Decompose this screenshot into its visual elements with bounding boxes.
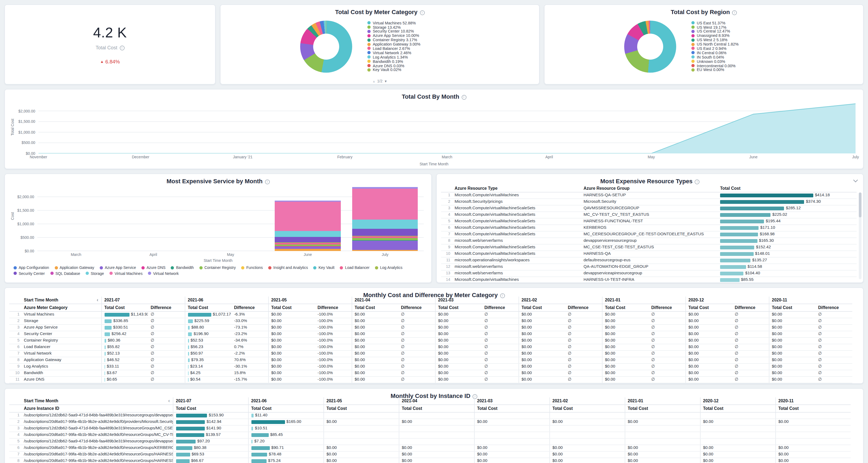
legend-item[interactable]: Key Vault <box>313 266 335 269</box>
month-header[interactable]: 2021-02 <box>519 296 602 304</box>
collapse-columns-icon[interactable]: ‹ <box>97 298 98 302</box>
measure-header[interactable]: Total Cost <box>700 405 775 412</box>
stacked-bar-chart[interactable] <box>37 186 424 251</box>
legend-page-up-icon[interactable]: ▲ <box>372 80 375 83</box>
legend-item[interactable]: Load Balancer 2.67% <box>367 46 460 51</box>
legend-item[interactable]: US East 2 0.94% <box>691 46 783 51</box>
measure-header[interactable]: Difference <box>482 304 519 312</box>
measure-header[interactable]: Difference <box>398 304 435 312</box>
month-header[interactable]: 2021-01 <box>625 397 700 405</box>
legend-item[interactable]: Azure App Service 10.00% <box>367 34 460 38</box>
legend-item[interactable]: Application Gateway 3.00% <box>367 42 460 46</box>
info-icon[interactable] <box>694 179 700 184</box>
measure-header[interactable]: Difference <box>315 304 352 312</box>
legend-item[interactable]: IN South 0.04% <box>691 55 783 59</box>
row-dimension-label[interactable]: Azure Instance ID <box>21 405 173 412</box>
measure-header[interactable]: Total Cost <box>173 405 248 412</box>
month-header[interactable]: 2020-12 <box>700 397 775 405</box>
legend-item[interactable]: Bandwidth 0.19% <box>367 59 460 63</box>
legend-item[interactable]: Azure DNS 0.03% <box>367 63 460 68</box>
legend-item[interactable]: Log Analytics <box>375 266 403 269</box>
info-icon[interactable] <box>420 10 425 15</box>
meter-category-donut-chart[interactable] <box>300 20 352 73</box>
measure-header[interactable]: Total Cost <box>435 304 482 312</box>
month-header[interactable]: 2020-11 <box>775 397 851 405</box>
legend-item[interactable]: Azure DNS <box>142 266 165 269</box>
measure-header[interactable]: Total Cost <box>352 304 398 312</box>
row-dimension-header[interactable]: Start Time Month‹ <box>21 296 101 304</box>
legend-item[interactable]: Virtual Machines <box>110 271 143 275</box>
legend-item[interactable]: Virtual Network 2.46% <box>367 51 460 55</box>
month-header[interactable]: 2020-12 <box>685 296 769 304</box>
measure-header[interactable]: Total Cost <box>602 304 649 312</box>
month-header[interactable]: 2021-03 <box>474 397 550 405</box>
month-header[interactable]: 2021-05 <box>323 397 399 405</box>
legend-item[interactable]: Virtual Machines 52.88% <box>367 21 460 25</box>
column-header[interactable]: Azure Resource Group <box>581 185 717 192</box>
collapse-columns-icon[interactable]: ‹ <box>168 399 170 403</box>
column-header[interactable]: Total Cost <box>717 185 857 192</box>
scrollbar-thumb[interactable] <box>859 193 862 218</box>
month-header[interactable]: 2021-07 <box>101 296 185 304</box>
legend-item[interactable]: Insight and Analytics <box>268 266 308 269</box>
month-header[interactable]: 2021-06 <box>185 296 268 304</box>
legend-item[interactable]: US West 2 5.18% <box>691 38 783 42</box>
row-dimension-label[interactable]: Azure Meter Category <box>21 304 101 312</box>
legend-item[interactable]: Virtual Network <box>148 271 179 275</box>
month-header[interactable]: 2021-06 <box>248 397 323 405</box>
legend-item[interactable]: SQL Database <box>51 271 80 275</box>
legend-item[interactable]: EU West 0.00% <box>691 68 783 72</box>
measure-header[interactable]: Total Cost <box>185 304 231 312</box>
legend-item[interactable]: US East 51.37% <box>691 21 783 25</box>
measure-header[interactable]: Total Cost <box>550 405 625 412</box>
legend-item[interactable]: IN Central 0.06% <box>691 51 783 55</box>
measure-header[interactable]: Total Cost <box>625 405 700 412</box>
legend-item[interactable]: Intercontinental 0.00% <box>691 63 783 68</box>
month-header[interactable]: 2021-02 <box>550 397 625 405</box>
legend-item[interactable]: Bandwidth <box>171 266 194 269</box>
legend-page-down-icon[interactable]: ▼ <box>384 80 388 83</box>
measure-header[interactable]: Total Cost <box>685 304 732 312</box>
measure-header[interactable]: Difference <box>649 304 685 312</box>
measure-header[interactable]: Total Cost <box>268 304 315 312</box>
legend-item[interactable]: US North Central 1.82% <box>691 42 783 46</box>
legend-item[interactable]: Security Center <box>13 271 45 275</box>
measure-header[interactable]: Difference <box>231 304 268 312</box>
legend-item[interactable]: App Configuration <box>13 266 49 269</box>
measure-header[interactable]: Difference <box>815 304 852 312</box>
legend-item[interactable]: Storage 13.42% <box>367 25 460 29</box>
legend-item[interactable]: Log Analytics 1.34% <box>367 55 460 59</box>
info-icon[interactable] <box>265 179 270 184</box>
month-header[interactable]: 2021-03 <box>435 296 519 304</box>
measure-header[interactable]: Difference <box>565 304 602 312</box>
row-dimension-header[interactable]: Start Time Month‹ <box>21 397 173 405</box>
legend-item[interactable]: Security Center 10.82% <box>367 29 460 34</box>
month-header[interactable]: 2021-04 <box>352 296 435 304</box>
legend-item[interactable]: Unassigned 8.93% <box>691 34 783 38</box>
legend-item[interactable]: Application Gateway <box>55 266 94 269</box>
info-icon[interactable] <box>461 95 466 99</box>
legend-item[interactable]: Functions <box>241 266 263 269</box>
legend-item[interactable]: Container Registry <box>199 266 236 269</box>
region-donut-chart[interactable] <box>624 20 676 73</box>
measure-header[interactable]: Total Cost <box>769 304 815 312</box>
measure-header[interactable]: Difference <box>732 304 769 312</box>
measure-header[interactable]: Total Cost <box>323 405 399 412</box>
legend-item[interactable]: Load Balancer <box>340 266 370 269</box>
legend-item[interactable]: Azure App Service <box>100 266 136 269</box>
measure-header[interactable]: Total Cost <box>399 405 474 412</box>
legend-item[interactable]: Container Registry 3.17% <box>367 38 460 42</box>
area-chart[interactable] <box>38 103 856 153</box>
info-icon[interactable] <box>120 45 124 50</box>
legend-item[interactable]: Key Vault 0.02% <box>367 68 460 72</box>
legend-item[interactable]: Storage <box>86 271 104 275</box>
month-header[interactable]: 2021-05 <box>268 296 352 304</box>
measure-header[interactable]: Total Cost <box>519 304 565 312</box>
month-header[interactable]: 2021-01 <box>602 296 685 304</box>
legend-item[interactable]: Unknown 0.03% <box>691 59 783 63</box>
month-header[interactable]: 2021-04 <box>399 397 474 405</box>
measure-header[interactable]: Total Cost <box>101 304 148 312</box>
measure-header[interactable]: Difference <box>148 304 185 312</box>
stacked-bar-july[interactable] <box>352 187 418 251</box>
column-header[interactable]: Azure Resource Type <box>452 185 581 192</box>
